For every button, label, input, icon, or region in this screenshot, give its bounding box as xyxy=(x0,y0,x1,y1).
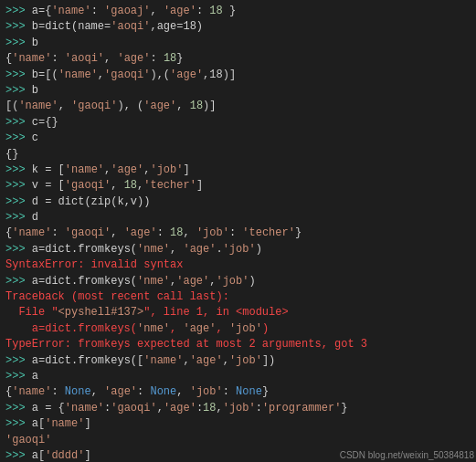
line-20: File "<pyshell#137>", line 1, in <module… xyxy=(5,305,471,320)
line-14: >>> d xyxy=(5,210,471,226)
line-27: >>> a['name'] xyxy=(5,416,471,432)
line-24: >>> a xyxy=(5,369,471,384)
line-11: >>> k = ['name','age','job'] xyxy=(5,163,471,178)
line-17: SyntaxError: invalid syntax xyxy=(5,257,471,273)
line-8: >>> c={} xyxy=(5,115,471,131)
line-18: >>> a=dict.fromkeys('nme','age','job') xyxy=(5,274,471,289)
line-12: >>> v = ['gaoqi', 18,'techer'] xyxy=(5,178,471,194)
line-4: {'name': 'aoqi', 'age': 18} xyxy=(5,51,471,67)
line-21: a=dict.fromkeys('nme', 'age', 'job') xyxy=(5,321,471,337)
line-13: >>> d = dict(zip(k,v)) xyxy=(5,194,471,210)
line-16: >>> a=dict.fromkeys('nme', 'age'.'job') xyxy=(5,242,471,257)
line-7: [('name', 'gaoqi'), ('age', 18)] xyxy=(5,99,471,114)
line-28: 'gaoqi' xyxy=(5,433,471,448)
line-3: >>> b xyxy=(5,36,471,51)
line-5: >>> b=[('name','gaoqi'),('age',18)] xyxy=(5,68,471,83)
line-10: {} xyxy=(5,147,471,163)
line-19: Traceback (most recent call last): xyxy=(5,289,471,305)
line-23: >>> a=dict.fromkeys(['name','age','job']… xyxy=(5,353,471,369)
line-15: {'name': 'gaoqi', 'age': 18, 'job': 'tec… xyxy=(5,226,471,241)
line-6: >>> b xyxy=(5,83,471,99)
line-25: {'name': None, 'age': None, 'job': None} xyxy=(5,384,471,400)
terminal: >>> a={'name': 'gaoaj', 'age': 18 } >>> … xyxy=(0,0,476,462)
line-22: TypeError: fromkeys expected at most 2 a… xyxy=(5,337,471,352)
line-2: >>> b=dict(name='aoqi',age=18) xyxy=(5,19,471,35)
line-26: >>> a = {'name':'gaoqi','age':18,'job':'… xyxy=(5,401,471,416)
line-9: >>> c xyxy=(5,131,471,146)
line-1: >>> a={'name': 'gaoaj', 'age': 18 } xyxy=(5,4,471,19)
watermark: CSDN blog.net/weixin_50384818 xyxy=(340,450,474,460)
